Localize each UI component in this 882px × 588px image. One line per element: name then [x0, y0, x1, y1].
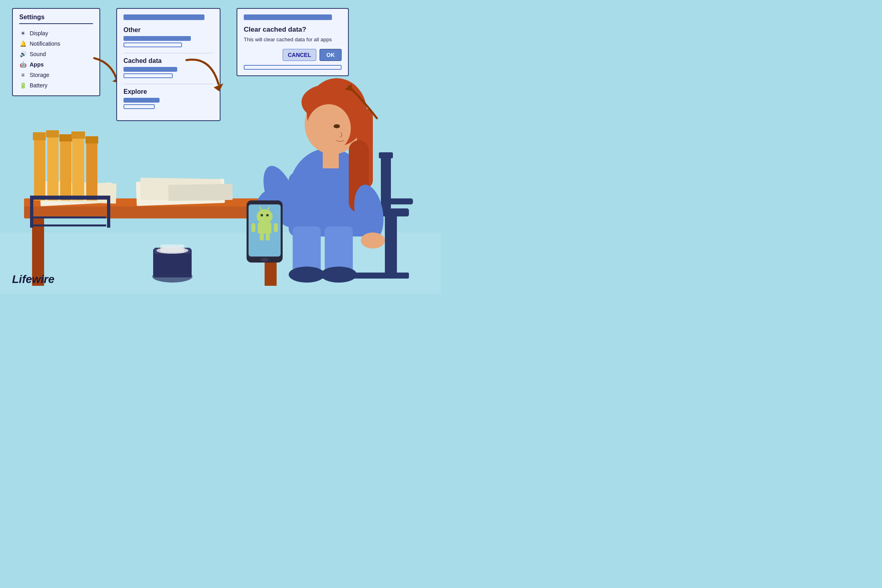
storage-cached-bar-outline	[123, 73, 173, 78]
svg-rect-10	[168, 184, 233, 201]
svg-rect-14	[46, 130, 59, 137]
svg-rect-11	[34, 136, 45, 200]
storage-cached-bar	[123, 67, 177, 72]
settings-item-display-label: Display	[30, 30, 48, 36]
svg-rect-68	[266, 233, 270, 240]
storage-bar-total	[123, 14, 204, 20]
dialog-title: Clear cached data?	[244, 26, 342, 34]
lifewire-logo: Lifewire	[12, 273, 55, 286]
svg-rect-18	[71, 131, 85, 139]
svg-rect-37	[381, 198, 413, 204]
storage-other-title: Other	[123, 26, 213, 34]
svg-point-45	[307, 104, 351, 152]
storage-cached-title: Cached data	[123, 57, 213, 65]
svg-point-64	[266, 214, 269, 216]
svg-rect-22	[30, 196, 33, 228]
storage-explore-bar-outline	[123, 104, 155, 109]
svg-rect-67	[260, 233, 264, 240]
svg-rect-25	[32, 216, 106, 218]
svg-rect-13	[47, 134, 59, 200]
settings-item-storage-label: Storage	[30, 72, 49, 78]
svg-rect-60	[258, 222, 271, 234]
svg-rect-65	[251, 223, 255, 232]
storage-other-bar	[123, 36, 191, 41]
settings-item-apps-label: Apps	[30, 61, 44, 68]
svg-point-56	[321, 267, 357, 283]
settings-item-apps[interactable]: 🤖 Apps	[19, 59, 93, 70]
sound-icon: 🔊	[19, 51, 26, 57]
svg-rect-66	[274, 223, 278, 232]
svg-point-46	[334, 124, 340, 128]
dialog-buttons: CANCEL OK	[244, 49, 342, 61]
apps-icon: 🤖	[19, 61, 26, 68]
svg-rect-17	[72, 135, 84, 200]
svg-rect-36	[379, 152, 393, 158]
settings-panel: Settings ☀ Display 🔔 Notifications 🔊 Sou…	[12, 8, 100, 96]
battery-icon: 🔋	[19, 82, 26, 89]
settings-item-display[interactable]: ☀ Display	[19, 28, 93, 38]
svg-point-55	[289, 267, 325, 283]
svg-rect-23	[107, 196, 110, 228]
cancel-button[interactable]: CANCEL	[283, 49, 316, 61]
svg-rect-33	[385, 216, 397, 277]
svg-rect-16	[59, 134, 72, 141]
dialog-message: This will clear cached data for all apps	[244, 36, 342, 43]
svg-rect-20	[85, 136, 98, 143]
storage-icon: ≡	[19, 72, 26, 78]
dialog-panel: Clear cached data? This will clear cache…	[237, 8, 349, 76]
svg-rect-21	[30, 196, 110, 200]
settings-item-storage[interactable]: ≡ Storage	[19, 70, 93, 80]
ok-button[interactable]: OK	[320, 49, 342, 61]
storage-explore-bar	[123, 98, 160, 103]
svg-point-69	[261, 258, 269, 262]
svg-point-59	[257, 209, 273, 224]
svg-point-52	[361, 232, 385, 249]
storage-other-bar-outline	[123, 42, 182, 47]
storage-panel: Other Cached data Explore	[116, 8, 220, 121]
settings-item-notifications-label: Notifications	[30, 40, 60, 47]
display-icon: ☀	[19, 30, 26, 36]
settings-item-notifications[interactable]: 🔔 Notifications	[19, 38, 93, 49]
svg-rect-30	[160, 244, 184, 253]
svg-point-63	[261, 214, 263, 216]
notifications-icon: 🔔	[19, 40, 26, 47]
svg-rect-47	[323, 148, 339, 168]
settings-item-sound-label: Sound	[30, 51, 46, 57]
dialog-bar-bottom	[244, 65, 342, 70]
dialog-bar-top	[244, 14, 332, 20]
svg-rect-15	[60, 138, 71, 200]
settings-item-battery[interactable]: 🔋 Battery	[19, 80, 93, 91]
svg-rect-12	[33, 132, 46, 140]
svg-rect-19	[86, 140, 97, 200]
settings-title: Settings	[19, 14, 93, 24]
svg-rect-24	[32, 224, 106, 226]
settings-item-sound[interactable]: 🔊 Sound	[19, 49, 93, 59]
settings-item-battery-label: Battery	[30, 82, 47, 89]
storage-explore-title: Explore	[123, 88, 213, 95]
